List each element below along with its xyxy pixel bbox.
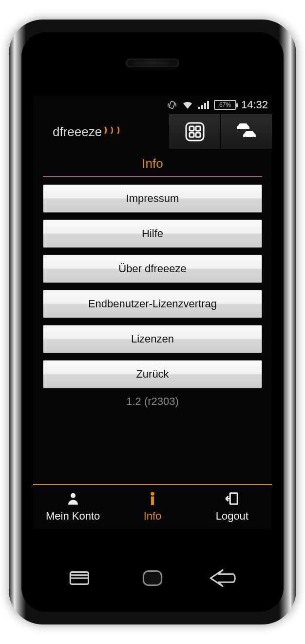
tab-bar: Mein Konto Info Logout [33,484,272,529]
svg-rect-2 [201,105,203,109]
button-label: Über dfreeeze [118,262,186,275]
dashboard-button[interactable] [169,114,220,149]
svg-point-14 [71,493,76,498]
tab-account[interactable]: Mein Konto [33,485,113,529]
svg-point-11 [246,129,248,131]
clock: 14:32 [241,99,268,111]
signal-waves-icon: ❫❫❫ [102,125,121,135]
speaker-grille [126,59,179,67]
svg-rect-5 [186,123,204,141]
svg-rect-1 [198,107,200,109]
signal-icon [198,101,209,109]
status-bar: 67% 14:32 [33,96,272,114]
cars-icon [234,121,259,142]
tab-label: Mein Konto [46,510,100,523]
brand-name: dfreeeze [53,124,102,140]
device-frame: 67% 14:32 dfreeeze❫❫❫ [9,20,296,624]
button-label: Endbenutzer-Lizenzvertrag [88,298,217,310]
battery-icon: 67% [214,100,236,110]
app-header: dfreeeze❫❫❫ [33,114,272,149]
page-title: Info [43,149,262,177]
home-key[interactable] [137,568,168,590]
about-button[interactable]: Über dfreeeze [43,255,262,283]
svg-rect-7 [196,126,200,131]
brand-logo: dfreeeze❫❫❫ [33,114,169,149]
impressum-button[interactable]: Impressum [43,184,262,213]
svg-rect-0 [169,101,175,108]
svg-rect-4 [207,101,209,109]
person-icon [66,491,80,509]
vehicles-button[interactable] [220,114,272,149]
svg-point-15 [151,492,154,495]
svg-rect-3 [204,103,206,109]
help-button[interactable]: Hilfe [43,220,262,248]
svg-point-10 [238,129,240,131]
svg-rect-6 [190,126,194,131]
back-button[interactable]: Zurück [43,360,262,388]
licenses-button[interactable]: Lizenzen [43,325,262,353]
button-label: Impressum [126,192,179,205]
svg-point-13 [252,137,254,139]
tab-label: Info [144,510,162,523]
device-body: 67% 14:32 dfreeeze❫❫❫ [21,32,284,612]
vibrate-icon [167,100,177,110]
svg-rect-8 [190,133,194,137]
battery-level: 67% [219,101,231,108]
svg-rect-9 [196,133,200,137]
info-icon [145,491,160,509]
button-label: Lizenzen [131,333,174,345]
grid-icon [184,121,206,142]
button-label: Hilfe [142,227,163,240]
recent-apps-key[interactable] [66,568,96,590]
svg-rect-16 [151,497,153,504]
logout-icon [225,491,239,509]
wifi-icon [182,100,193,110]
tab-info[interactable]: Info [113,485,192,529]
soft-keys [21,568,284,590]
tab-label: Logout [216,510,248,523]
back-key[interactable] [209,568,239,590]
button-label: Zurück [136,368,169,381]
svg-rect-21 [143,571,161,585]
tab-logout[interactable]: Logout [192,485,272,529]
svg-rect-17 [230,493,238,504]
eula-button[interactable]: Endbenutzer-Lizenzvertrag [43,290,262,318]
menu-list: Impressum Hilfe Über dfreeeze Endbenutze… [33,177,272,388]
svg-point-12 [245,137,247,139]
screen: 67% 14:32 dfreeeze❫❫❫ [33,96,272,529]
version-label: 1.2 (r2303) [33,395,272,408]
